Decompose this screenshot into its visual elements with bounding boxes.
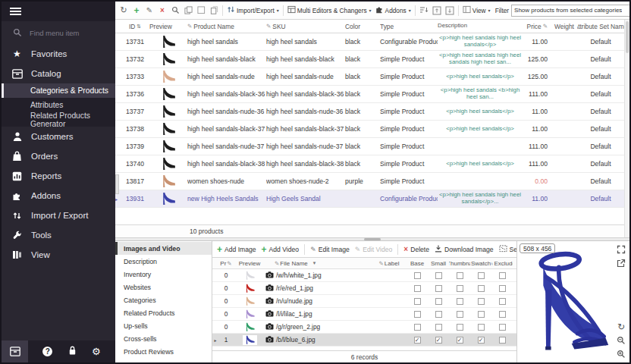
column-header-product-name[interactable]: ✎Product Name xyxy=(187,23,266,30)
tab-cross-sells[interactable]: Cross-sells xyxy=(115,332,212,345)
help-icon[interactable]: ? xyxy=(42,347,52,356)
sidebar-item-attributes[interactable]: Attributes xyxy=(2,98,115,112)
search-button[interactable] xyxy=(169,5,181,17)
column-header-weight[interactable]: Weight xyxy=(551,23,577,30)
small-checkbox[interactable] xyxy=(435,324,442,331)
column-header-type[interactable]: Type xyxy=(380,23,438,30)
fullscreen-icon[interactable] xyxy=(616,244,626,255)
thumbnail-checkbox[interactable] xyxy=(457,272,463,279)
column-header-small[interactable]: Small xyxy=(428,260,449,267)
collapse-rows-button[interactable] xyxy=(444,5,456,17)
zoom-out-icon[interactable] xyxy=(616,335,626,346)
product-row[interactable]: ▸ 13817 women shoes-nude women shoes-nud… xyxy=(115,173,624,190)
thumbnail-checkbox[interactable] xyxy=(457,285,463,292)
product-row[interactable]: ▸ 13739 high heel sandals-nude-37 high h… xyxy=(115,138,624,155)
sidebar-item-reports[interactable]: Reports xyxy=(2,166,115,186)
small-checkbox[interactable] xyxy=(435,272,442,279)
base-checkbox[interactable] xyxy=(414,285,421,292)
image-row[interactable]: ▸ 0 /g/r/green_2.jpg xyxy=(212,321,516,334)
column-header-id[interactable]: ID⇅ xyxy=(121,23,149,30)
set-resize-rule-button[interactable]: Set Resize Rule xyxy=(498,245,516,254)
sidebar-item-tools[interactable]: Tools xyxy=(2,225,115,245)
view-button[interactable]: View▾ xyxy=(461,5,492,15)
vertical-scrollbar[interactable] xyxy=(624,20,629,237)
swatch-checkbox[interactable] xyxy=(478,272,485,279)
thumbnail-checkbox[interactable] xyxy=(457,298,463,305)
product-row[interactable]: ▸ 13732 high heel sandals-black high hee… xyxy=(115,51,624,68)
sidebar-item-view[interactable]: View xyxy=(2,245,115,265)
zoom-in-icon[interactable] xyxy=(616,349,626,359)
column-header-img-preview[interactable]: Preview xyxy=(234,260,265,267)
sidebar-item-catalog[interactable]: Catalog xyxy=(2,64,115,83)
exclude-checkbox[interactable] xyxy=(499,298,506,305)
tab-images-and-video[interactable]: Images and Video xyxy=(115,242,212,255)
small-checkbox[interactable] xyxy=(435,298,442,305)
sidebar-item-import-export[interactable]: Import / Export xyxy=(2,206,115,225)
swatch-checkbox[interactable] xyxy=(478,285,485,292)
exclude-checkbox[interactable] xyxy=(499,324,506,331)
column-header-description[interactable]: Description xyxy=(438,23,523,30)
duplicate-button[interactable] xyxy=(208,5,220,17)
small-checkbox[interactable] xyxy=(435,311,442,318)
base-checkbox[interactable] xyxy=(414,337,421,344)
thumbnail-checkbox[interactable] xyxy=(457,311,463,318)
delete-product-button[interactable]: × xyxy=(156,5,168,17)
product-row[interactable]: ▸ 13737 high heel sandals-nude-36 high h… xyxy=(115,103,624,121)
column-header-exclude[interactable]: ✎Exclude xyxy=(491,260,513,267)
image-row[interactable]: ▸ 0 /w/h/white_1.jpg xyxy=(212,269,516,282)
swatch-checkbox[interactable] xyxy=(478,337,485,344)
tab-categories[interactable]: Categories xyxy=(115,293,212,306)
column-header-preview[interactable]: Preview xyxy=(149,23,187,30)
copy-button[interactable] xyxy=(182,5,194,17)
tab-inventory[interactable]: Inventory xyxy=(115,268,212,281)
refresh-button[interactable]: ↻ xyxy=(118,5,130,17)
product-row[interactable]: ▸ 13738 high heel sandals-black-37 high … xyxy=(115,121,624,138)
store-button[interactable] xyxy=(2,340,28,362)
column-header-thumbnail[interactable]: Thumbna xyxy=(449,260,470,267)
multi-editors-button[interactable]: Multi Editors & Changers▾ xyxy=(286,5,373,15)
gear-icon[interactable]: ⚙ xyxy=(92,347,101,356)
tab-up-sells[interactable]: Up-sells xyxy=(115,319,212,332)
open-external-icon[interactable] xyxy=(616,258,626,268)
column-header-pr[interactable]: Pr✎ xyxy=(218,260,234,267)
image-row[interactable]: ▸ 0 /l/i/lilac_1.jpg xyxy=(212,308,516,321)
column-header-attribute-set[interactable]: Attribute Set Name xyxy=(577,23,624,30)
base-checkbox[interactable] xyxy=(414,272,421,279)
rotate-icon[interactable]: ↻ xyxy=(616,322,626,332)
add-video-button[interactable]: +Add Video xyxy=(260,244,301,255)
product-row[interactable]: ▸ 13740 high heel sandals-black-38 high … xyxy=(115,155,624,173)
column-header-base[interactable]: Base xyxy=(407,260,428,267)
sidebar-item-addons[interactable]: Addons xyxy=(2,186,115,206)
image-row[interactable]: ▸ 0 /n/u/nude.jpg xyxy=(212,295,516,308)
thumbnail-checkbox[interactable] xyxy=(457,324,463,331)
product-row[interactable]: ▸ 13731 high heel sandals high heel sand… xyxy=(115,33,624,51)
expand-rows-button[interactable] xyxy=(431,5,443,17)
lock-icon[interactable] xyxy=(67,345,77,359)
hamburger-menu-icon[interactable] xyxy=(10,8,21,15)
add-product-button[interactable]: + xyxy=(130,5,143,17)
tab-related-products[interactable]: Related Products xyxy=(115,306,212,319)
exclude-checkbox[interactable] xyxy=(499,337,506,344)
add-image-button[interactable]: +Add Image xyxy=(215,244,258,255)
edit-image-button[interactable]: ✎Edit Image xyxy=(309,246,351,253)
tab-product-reviews[interactable]: Product Reviews xyxy=(115,345,212,358)
exclude-checkbox[interactable] xyxy=(499,311,506,318)
column-header-swatch[interactable]: Swatch xyxy=(470,260,491,267)
column-header-label[interactable]: ✎Label xyxy=(372,260,407,267)
thumbnail-checkbox[interactable] xyxy=(457,337,463,344)
base-checkbox[interactable] xyxy=(414,311,421,318)
sidebar-item-categories-products[interactable]: Categories & Products xyxy=(2,83,115,98)
addons-button[interactable]: Addons▾ xyxy=(374,5,413,15)
menu-search-input[interactable] xyxy=(28,28,108,38)
tab-description[interactable]: Description xyxy=(115,255,212,268)
product-row[interactable]: ▸ 13733 high heel sandals-nude high heel… xyxy=(115,68,624,86)
swatch-checkbox[interactable] xyxy=(478,311,485,318)
download-image-button[interactable]: Download Image xyxy=(433,245,495,254)
image-row[interactable]: ▸ 0 /r/e/red_1.jpg xyxy=(212,282,516,295)
filter-select[interactable]: Show products from selected categories ▾ xyxy=(511,5,629,17)
sidebar-item-customers[interactable]: Customers xyxy=(2,127,115,146)
column-header-price[interactable]: Price✎ xyxy=(523,23,551,30)
sidebar-item-orders[interactable]: Orders xyxy=(2,146,115,166)
base-checkbox[interactable] xyxy=(414,324,421,331)
delete-image-button[interactable]: ×Delete xyxy=(402,245,431,253)
